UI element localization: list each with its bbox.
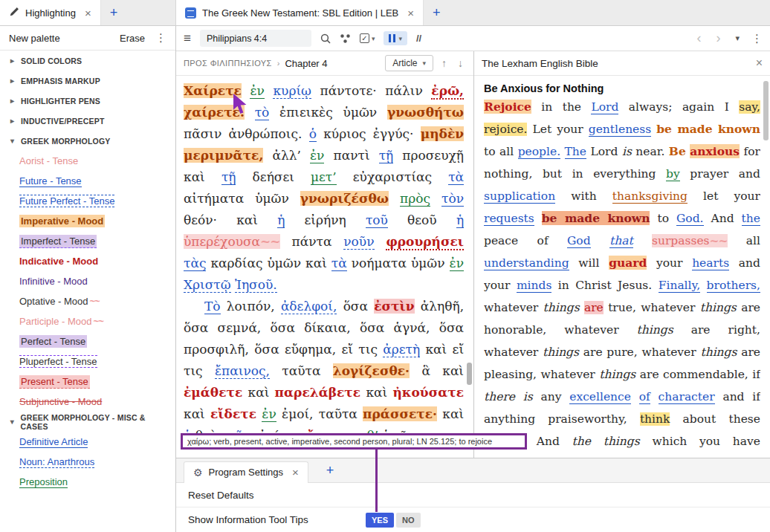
palette-item-aorist[interactable]: Aorist - Tense: [0, 151, 175, 171]
word[interactable]: τῇ: [221, 169, 236, 185]
word[interactable]: things: [637, 323, 673, 337]
close-icon[interactable]: ×: [407, 7, 414, 19]
word[interactable]: brothers,: [707, 279, 760, 293]
next-article-icon[interactable]: ↓: [455, 57, 466, 69]
word[interactable]: nothing,: [484, 167, 532, 181]
erase-button[interactable]: Erase: [120, 33, 145, 44]
word[interactable]: σεμνά,: [218, 320, 262, 335]
word[interactable]: let: [703, 189, 718, 203]
word[interactable]: ὅσα: [439, 320, 464, 335]
word[interactable]: φρουρήσει: [386, 234, 464, 250]
word[interactable]: whatever: [641, 346, 696, 359]
word[interactable]: and: [739, 167, 760, 181]
word[interactable]: of: [639, 390, 650, 404]
word[interactable]: ἀληθῆ,: [421, 299, 464, 314]
palette-item-article[interactable]: Definitive Article: [0, 432, 175, 452]
word[interactable]: hearts: [692, 256, 729, 270]
no-toggle-button[interactable]: NO: [396, 513, 421, 528]
palette-item-subjunctive[interactable]: Subjunctive - Mood: [0, 392, 175, 412]
word[interactable]: honorable,: [484, 323, 546, 337]
word[interactable]: your: [557, 123, 583, 136]
tab-highlighting[interactable]: Highlighting ×: [0, 0, 101, 25]
word[interactable]: γνωριζέσθω: [300, 191, 389, 206]
word[interactable]: μετ’: [311, 169, 337, 185]
word[interactable]: προσφιλῆ,: [184, 342, 249, 357]
word[interactable]: things: [543, 346, 579, 359]
word[interactable]: whatever: [484, 346, 538, 359]
word[interactable]: people.: [518, 145, 560, 159]
word[interactable]: ἐμάθετε: [184, 385, 242, 400]
word[interactable]: εἰρήνη: [305, 213, 346, 227]
word[interactable]: if: [752, 368, 760, 381]
tab-program-settings[interactable]: ⚙ Program Settings ×: [184, 461, 308, 483]
word[interactable]: anxious: [690, 144, 740, 158]
word[interactable]: surpasses: [652, 234, 728, 247]
word[interactable]: μεριμνᾶτε,: [184, 148, 263, 163]
word[interactable]: τὰ: [331, 256, 347, 271]
word[interactable]: are: [741, 301, 760, 314]
word[interactable]: commendable,: [663, 368, 748, 381]
palette-item-preposition[interactable]: Preposition: [0, 472, 175, 492]
word[interactable]: τὰς: [184, 256, 206, 271]
word[interactable]: κυρίῳ: [273, 83, 311, 99]
word[interactable]: and: [739, 256, 760, 270]
word[interactable]: πάλιν: [385, 83, 422, 98]
forward-icon[interactable]: ›: [713, 30, 723, 46]
word[interactable]: καὶ: [305, 256, 327, 270]
palette-item-future-perfect[interactable]: Future Perfect - Tense: [0, 191, 175, 211]
word[interactable]: whatever: [541, 368, 595, 381]
word[interactable]: all: [499, 145, 514, 158]
word[interactable]: are: [691, 323, 711, 337]
word[interactable]: near.: [635, 145, 664, 158]
word[interactable]: ὑμῶν: [255, 191, 289, 206]
word[interactable]: εἴ: [341, 342, 352, 357]
word[interactable]: νοῦν: [343, 234, 374, 250]
palette-item-participle[interactable]: Participle - Mood: [0, 311, 175, 331]
word[interactable]: ἐν: [310, 148, 324, 163]
word[interactable]: ἐστὶν: [374, 299, 414, 314]
close-icon[interactable]: ×: [292, 466, 299, 479]
word[interactable]: ὅσα: [184, 320, 208, 335]
word[interactable]: ὅσα: [343, 299, 368, 314]
word[interactable]: νοήματα: [352, 256, 407, 270]
word[interactable]: if: [752, 390, 760, 403]
word[interactable]: ἡ: [456, 213, 464, 228]
word[interactable]: pure,: [606, 346, 637, 359]
word[interactable]: ταῦτα: [282, 363, 320, 378]
word[interactable]: μηδὲν: [421, 126, 464, 141]
word[interactable]: προσευχῇ: [402, 148, 464, 163]
word[interactable]: character: [659, 390, 715, 404]
new-palette-button[interactable]: New palette: [9, 33, 109, 44]
breadcrumb-chapter[interactable]: Chapter 4: [285, 58, 327, 69]
history-dropdown-icon[interactable]: ▾: [732, 33, 742, 43]
leb-scrollbar-thumb[interactable]: [763, 81, 769, 140]
word[interactable]: is: [622, 145, 632, 158]
word[interactable]: γνωσθήτω: [387, 105, 464, 120]
word[interactable]: anything: [484, 412, 535, 426]
word[interactable]: Jesus.: [618, 279, 652, 292]
reset-defaults-button[interactable]: Reset Defaults: [188, 490, 254, 501]
word[interactable]: Lord: [591, 100, 618, 114]
word[interactable]: ἐμοί,: [282, 406, 313, 421]
word[interactable]: always;: [629, 100, 673, 114]
word[interactable]: ἀλλ’: [272, 148, 300, 163]
word[interactable]: praiseworthy,: [548, 412, 627, 426]
word[interactable]: ὑμῶν: [343, 105, 378, 120]
word[interactable]: to: [484, 145, 496, 158]
palette-item-perfect[interactable]: Perfect - Tense: [0, 331, 175, 351]
word[interactable]: are: [583, 346, 603, 359]
word[interactable]: pleasing,: [484, 368, 537, 381]
palette-item-anarthrous[interactable]: Noun: Anarthrous: [0, 452, 175, 472]
word[interactable]: ἐν: [450, 256, 464, 271]
word[interactable]: again: [682, 100, 714, 114]
word[interactable]: παρελάβετε: [275, 385, 361, 400]
word[interactable]: all: [746, 234, 760, 247]
palette-item-present[interactable]: Present - Tense: [0, 372, 175, 392]
word[interactable]: ὅσα: [360, 320, 384, 335]
word[interactable]: about: [683, 412, 716, 426]
word[interactable]: God: [567, 234, 591, 248]
previous-article-icon[interactable]: ↑: [439, 57, 450, 69]
word[interactable]: everything: [593, 167, 656, 181]
word[interactable]: πᾶσιν: [184, 126, 221, 141]
word[interactable]: And: [537, 435, 560, 448]
